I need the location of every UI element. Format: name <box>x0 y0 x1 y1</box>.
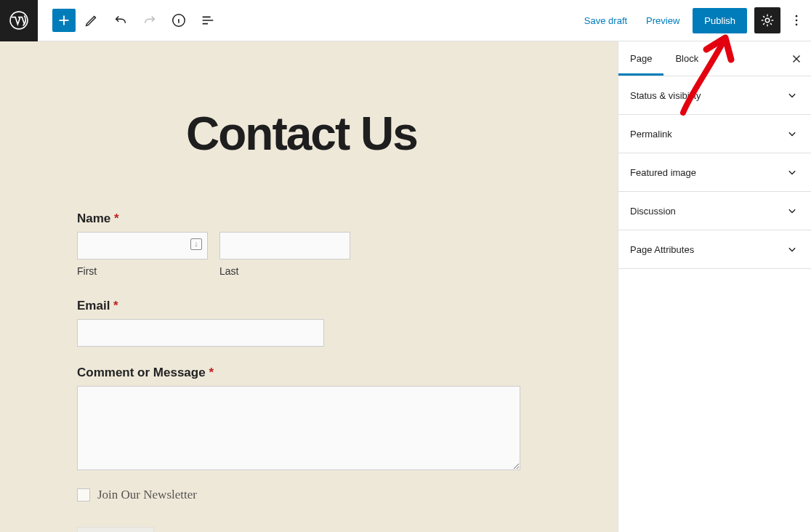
panel-label: Discussion <box>630 206 676 217</box>
kebab-icon <box>789 13 804 28</box>
panel-label: Status & visibility <box>630 90 701 101</box>
comment-textarea[interactable] <box>77 386 520 470</box>
close-sidebar-button[interactable] <box>782 44 811 73</box>
first-name-column: ↓ First <box>77 232 208 277</box>
email-label: Email * <box>77 299 528 313</box>
last-name-column: Last <box>219 232 350 277</box>
info-icon <box>171 12 187 28</box>
page-title[interactable]: Contact Us <box>186 107 581 161</box>
preview-button[interactable]: Preview <box>640 11 685 31</box>
close-icon <box>790 52 803 65</box>
submit-button[interactable]: Submit <box>77 527 154 532</box>
comment-label: Comment or Message * <box>77 366 528 380</box>
first-name-input[interactable] <box>77 232 208 259</box>
svg-point-3 <box>796 15 798 17</box>
settings-sidebar: Page Block Status & visibility Permalink… <box>618 41 811 532</box>
chevron-down-icon <box>785 242 799 257</box>
newsletter-row[interactable]: Join Our Newsletter <box>77 488 528 502</box>
newsletter-checkbox[interactable] <box>77 488 90 501</box>
required-marker: * <box>209 366 214 379</box>
svg-point-2 <box>765 18 770 23</box>
toolbar-left <box>0 0 221 41</box>
email-label-text: Email <box>77 299 110 313</box>
chevron-down-icon <box>785 203 799 218</box>
more-options-button[interactable] <box>788 7 805 33</box>
last-name-input[interactable] <box>219 232 350 259</box>
gear-icon <box>759 12 775 28</box>
panel-permalink[interactable]: Permalink <box>618 115 811 153</box>
save-draft-button[interactable]: Save draft <box>578 11 633 31</box>
undo-button[interactable] <box>108 7 134 33</box>
last-sublabel: Last <box>219 265 350 277</box>
first-sublabel: First <box>77 265 208 277</box>
panel-page-attributes[interactable]: Page Attributes <box>618 230 811 269</box>
add-block-button[interactable] <box>52 9 76 32</box>
edit-mode-button[interactable] <box>78 7 105 33</box>
panel-status-visibility[interactable]: Status & visibility <box>618 76 811 115</box>
page-content: Contact Us Name * ↓ First Last <box>0 41 618 532</box>
panel-featured-image[interactable]: Featured image <box>618 153 811 192</box>
undo-icon <box>113 12 129 28</box>
outline-button[interactable] <box>195 7 221 33</box>
panel-discussion[interactable]: Discussion <box>618 192 811 230</box>
comment-label-text: Comment or Message <box>77 366 206 379</box>
newsletter-label: Join Our Newsletter <box>97 488 197 502</box>
wordpress-icon <box>9 11 28 30</box>
panel-label: Page Attributes <box>630 244 694 255</box>
name-row: ↓ First Last <box>77 232 528 277</box>
email-input[interactable] <box>77 319 324 347</box>
publish-button[interactable]: Publish <box>693 8 747 33</box>
pencil-icon <box>84 12 100 28</box>
editor-canvas[interactable]: Contact Us Name * ↓ First Last <box>0 41 618 532</box>
settings-button[interactable] <box>754 7 780 33</box>
plus-icon <box>56 12 72 28</box>
autofill-icon: ↓ <box>190 238 202 250</box>
info-button[interactable] <box>166 7 192 33</box>
redo-button[interactable] <box>137 7 163 33</box>
chevron-down-icon <box>785 88 799 102</box>
panel-label: Featured image <box>630 167 696 178</box>
contact-form: Name * ↓ First Last Email * <box>77 211 528 532</box>
sidebar-tabs: Page Block <box>618 41 811 76</box>
tab-page[interactable]: Page <box>618 41 663 76</box>
wordpress-logo[interactable] <box>0 0 38 41</box>
list-view-icon <box>200 12 216 28</box>
required-marker: * <box>113 299 118 313</box>
chevron-down-icon <box>785 126 799 141</box>
svg-point-5 <box>796 24 798 26</box>
workspace: Contact Us Name * ↓ First Last <box>0 41 811 532</box>
name-label: Name * <box>77 211 528 226</box>
required-marker: * <box>114 211 119 225</box>
svg-point-4 <box>796 20 798 22</box>
name-label-text: Name <box>77 211 110 225</box>
chevron-down-icon <box>785 165 799 180</box>
panel-label: Permalink <box>630 129 672 140</box>
tab-block[interactable]: Block <box>663 41 710 76</box>
redo-icon <box>142 12 158 28</box>
toolbar-right: Save draft Preview Publish <box>578 7 805 33</box>
editor-toolbar: Save draft Preview Publish <box>0 0 811 41</box>
